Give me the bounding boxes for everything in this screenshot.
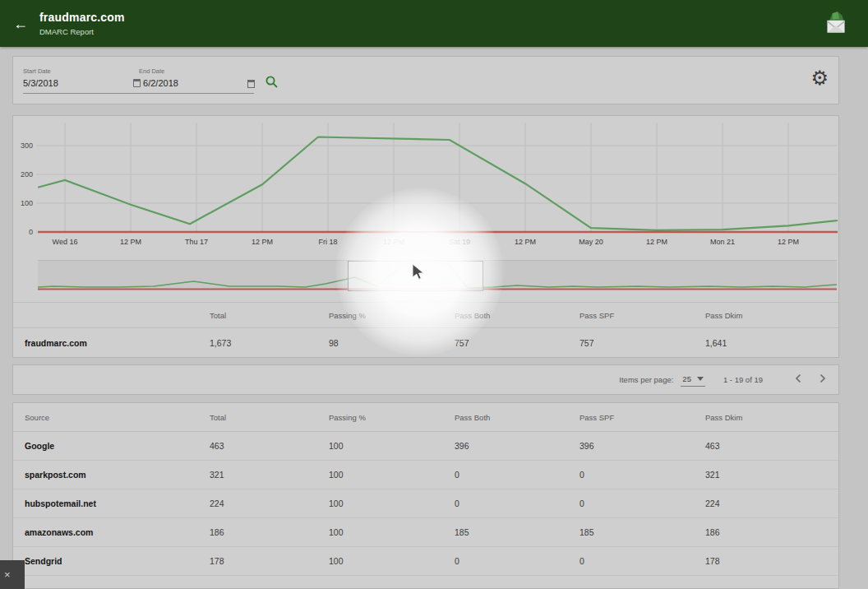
source-name: hubspotemail.net bbox=[25, 499, 210, 508]
main-chart: 0100200300 bbox=[13, 118, 840, 235]
source-name: sparkpost.com bbox=[25, 470, 210, 480]
page-subtitle: DMARC Report bbox=[39, 27, 125, 36]
items-per-page-label: Items per page: bbox=[619, 375, 673, 384]
table-row[interactable]: amazonaws.com 186 100 185 185 186 bbox=[13, 518, 838, 547]
brush-selection-window[interactable] bbox=[348, 261, 483, 291]
x-tick-label: Sat 19 bbox=[435, 238, 484, 246]
page-range-label: 1 - 19 of 19 bbox=[723, 375, 763, 384]
video-close-button[interactable]: × bbox=[0, 560, 25, 589]
x-tick-label: 12 PM bbox=[764, 238, 813, 246]
source-name: Sendgrid bbox=[25, 556, 210, 566]
items-per-page-value: 25 bbox=[682, 374, 691, 383]
start-date-label: Start Date bbox=[23, 67, 51, 75]
date-fields-underline bbox=[23, 93, 254, 94]
x-tick-label: 12 PM bbox=[106, 238, 155, 246]
next-page-button[interactable] bbox=[816, 373, 829, 386]
col-passing: Passing % bbox=[329, 413, 455, 422]
x-axis-labels: Wed 1612 PMThu 1712 PMFri 1812 PMSat 191… bbox=[13, 238, 840, 249]
search-button[interactable] bbox=[265, 75, 279, 91]
x-tick-label: Wed 16 bbox=[40, 238, 90, 246]
sources-table-header: Source Total Passing % Pass Both Pass SP… bbox=[13, 403, 838, 432]
table-row[interactable]: Google 463 100 396 396 463 bbox=[13, 432, 838, 461]
x-tick-label: Mon 21 bbox=[698, 238, 747, 246]
summary-col-passboth: Pass Both bbox=[455, 311, 579, 320]
app-header: ← fraudmarc.com DMARC Report bbox=[0, 0, 868, 47]
summary-domain: fraudmarc.com bbox=[25, 338, 210, 348]
source-name: amazonaws.com bbox=[25, 527, 210, 537]
x-tick-label: Fri 18 bbox=[303, 238, 353, 246]
y-tick-label: 300 bbox=[13, 141, 33, 150]
envelope-logo-icon bbox=[820, 7, 852, 40]
main-content: Start Date 5/3/2018 End Date 6/2/2018 ⚙ … bbox=[0, 56, 868, 589]
summary-col-total: Total bbox=[210, 311, 329, 320]
summary-total: 1,673 bbox=[210, 338, 329, 348]
x-tick-label: 12 PM bbox=[238, 238, 287, 246]
summary-col-passing: Passing % bbox=[329, 311, 455, 320]
x-tick-label: 12 PM bbox=[501, 238, 550, 246]
col-passboth: Pass Both bbox=[455, 413, 579, 422]
summary-table-header: Total Passing % Pass Both Pass SPF Pass … bbox=[13, 302, 838, 328]
date-toolbar: Start Date 5/3/2018 End Date 6/2/2018 ⚙ bbox=[12, 56, 839, 104]
col-passspf: Pass SPF bbox=[579, 413, 705, 422]
table-row[interactable]: hubspotemail.net 224 100 0 0 224 bbox=[13, 489, 838, 518]
table-row[interactable]: Sendgrid 178 100 0 0 178 bbox=[13, 547, 838, 576]
y-tick-label: 100 bbox=[13, 199, 33, 207]
summary-col-passspf: Pass SPF bbox=[579, 311, 705, 320]
chevron-right-icon bbox=[818, 373, 827, 383]
summary-passdkim: 1,641 bbox=[705, 338, 838, 348]
items-per-page-select[interactable]: 25 bbox=[681, 373, 705, 387]
summary-passboth: 757 bbox=[455, 338, 579, 348]
dropdown-arrow-icon bbox=[697, 377, 704, 381]
end-date-label: End Date bbox=[139, 67, 164, 75]
end-date-input[interactable]: 6/2/2018 bbox=[133, 78, 178, 88]
time-range-brush[interactable] bbox=[38, 260, 837, 290]
settings-gear-button[interactable]: ⚙ bbox=[810, 68, 829, 88]
series-passing-line bbox=[38, 137, 838, 230]
x-tick-label: Thu 17 bbox=[172, 238, 221, 246]
search-icon bbox=[265, 75, 279, 89]
page-title: fraudmarc.com bbox=[39, 11, 125, 24]
x-tick-label: May 20 bbox=[566, 238, 616, 246]
chevron-left-icon bbox=[794, 373, 803, 383]
calendar-picker-button[interactable] bbox=[247, 80, 255, 88]
summary-col-passdkim: Pass Dkim bbox=[705, 311, 838, 320]
start-date-input[interactable]: 5/3/2018 bbox=[23, 78, 58, 88]
sources-table: Source Total Passing % Pass Both Pass SP… bbox=[12, 402, 839, 589]
back-button[interactable]: ← bbox=[13, 16, 28, 31]
x-tick-label: 12 PM bbox=[369, 238, 418, 246]
header-titles: fraudmarc.com DMARC Report bbox=[39, 11, 125, 36]
y-tick-label: 0 bbox=[13, 228, 33, 236]
col-source: Source bbox=[25, 413, 210, 422]
source-name: Google bbox=[25, 441, 210, 451]
previous-page-button[interactable] bbox=[792, 373, 805, 386]
chart-card: 0100200300 Wed 1612 PMThu 1712 PMFri 181… bbox=[12, 115, 839, 358]
y-tick-label: 200 bbox=[13, 170, 33, 179]
summary-passing: 98 bbox=[329, 338, 455, 348]
pagination-bar: Items per page: 25 1 - 19 of 19 bbox=[12, 364, 839, 395]
col-passdkim: Pass Dkim bbox=[705, 413, 838, 422]
summary-passspf: 757 bbox=[579, 338, 705, 348]
x-tick-label: 12 PM bbox=[632, 238, 681, 246]
summary-table-row: fraudmarc.com 1,673 98 757 757 1,641 bbox=[13, 328, 838, 358]
calendar-icon bbox=[133, 79, 141, 87]
table-row[interactable]: sparkpost.com 321 100 0 0 321 bbox=[13, 461, 838, 489]
col-total: Total bbox=[210, 413, 329, 422]
